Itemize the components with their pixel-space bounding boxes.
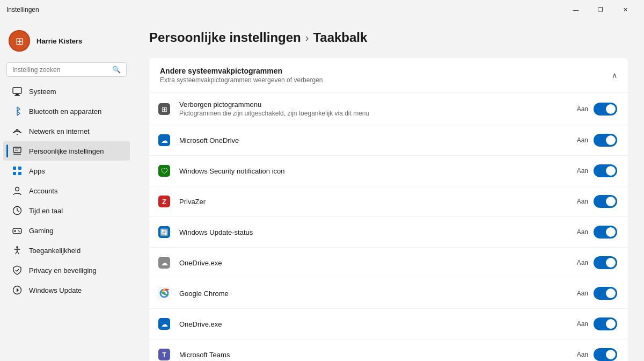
- svg-text:☁: ☁: [161, 136, 168, 145]
- setting-row-teams: TMicrosoft TeamsAan: [149, 339, 628, 361]
- svg-rect-5: [14, 95, 20, 96]
- setting-row-winupdate: 🔄Windows Update-statusAan: [149, 216, 628, 247]
- toggle-chrome[interactable]: [594, 287, 617, 300]
- toggle-label-winsec: Aan: [577, 167, 588, 175]
- setting-row-right-teams: Aan: [577, 348, 617, 361]
- sidebar-item-netwerk[interactable]: Netwerk en internet: [3, 121, 130, 141]
- privazer-app-icon: Z: [157, 194, 172, 209]
- section-header-text-systeemvak: Andere systeemvakpictogrammen Extra syst…: [160, 67, 323, 84]
- toggle-onedrive2[interactable]: [594, 256, 617, 269]
- sidebar-item-label-apps: Apps: [29, 167, 45, 175]
- onedrive3-app-icon: ☁: [157, 316, 172, 331]
- svg-point-24: [16, 246, 18, 248]
- setting-row-title-verborgen: Verborgen pictogrammenu: [179, 100, 569, 109]
- title-bar-text: Instellingen: [6, 6, 39, 13]
- setting-row-title-privazer: PrivaZer: [179, 198, 569, 206]
- search-input[interactable]: [12, 66, 112, 74]
- toggle-label-privazer: Aan: [577, 198, 588, 205]
- setting-row-text-onedrive2: OneDrive.exe: [179, 259, 569, 267]
- svg-text:Z: Z: [162, 198, 166, 206]
- netwerk-icon: [12, 126, 23, 136]
- windowsupdate-icon: [12, 285, 23, 295]
- svg-rect-3: [13, 88, 21, 93]
- sidebar-item-apps[interactable]: Apps: [3, 161, 130, 180]
- setting-row-text-chrome: Google Chrome: [179, 290, 569, 298]
- sidebar-item-label-toegankelijkheid: Toegankelijkheid: [29, 247, 80, 255]
- section-systeemvak: Andere systeemvakpictogrammen Extra syst…: [149, 58, 628, 361]
- section-header-systeemvak[interactable]: Andere systeemvakpictogrammen Extra syst…: [149, 58, 628, 92]
- sidebar-item-accounts[interactable]: Accounts: [3, 181, 130, 200]
- breadcrumb-arrow: ›: [305, 32, 309, 44]
- sidebar: ⊞ Harrie Kisters 🔍 SysteemBluetooth en a…: [0, 19, 133, 361]
- toggle-verborgen[interactable]: [594, 103, 617, 115]
- svg-text:🔄: 🔄: [160, 228, 169, 237]
- svg-text:⊞: ⊞: [16, 36, 24, 47]
- privacy-icon: [12, 265, 23, 276]
- teams-app-icon: T: [157, 347, 172, 361]
- chrome-app-icon: [157, 286, 172, 301]
- setting-row-text-teams: Microsoft Teams: [179, 351, 569, 359]
- content-area: Persoonlijke instellingen › Taakbalk And…: [133, 19, 644, 361]
- setting-row-right-verborgen: Aan: [577, 103, 617, 115]
- winsec-app-icon: 🛡: [157, 163, 172, 178]
- minimize-button[interactable]: —: [564, 0, 588, 19]
- toggle-label-onedrive2: Aan: [577, 259, 588, 266]
- toggle-teams[interactable]: [594, 348, 617, 361]
- setting-row-text-verborgen: Verborgen pictogrammenuPictogrammen die …: [179, 100, 569, 117]
- close-button[interactable]: ✕: [613, 0, 638, 19]
- setting-row-right-onedrive: Aan: [577, 134, 617, 147]
- title-bar: Instellingen — ❐ ✕: [0, 0, 644, 19]
- section-subtitle-systeemvak: Extra systeemvakpictogrammen weergeven o…: [160, 76, 323, 84]
- sidebar-item-tijdtaal[interactable]: Tijd en taal: [3, 201, 130, 220]
- sidebar-item-systeem[interactable]: Systeem: [3, 82, 130, 101]
- systeem-icon: [12, 86, 23, 97]
- setting-row-title-teams: Microsoft Teams: [179, 351, 569, 359]
- svg-text:🛡: 🛡: [161, 167, 168, 175]
- tijdtaal-icon: [12, 205, 23, 216]
- sidebar-item-label-bluetooth: Bluetooth en apparaten: [29, 107, 101, 115]
- setting-row-text-winsec: Windows Security notification icon: [179, 167, 569, 175]
- section-title-systeemvak: Andere systeemvakpictogrammen: [160, 67, 323, 75]
- sidebar-item-gaming[interactable]: Gaming: [3, 221, 130, 240]
- maximize-button[interactable]: ❐: [588, 0, 613, 19]
- toggle-winupdate[interactable]: [594, 226, 617, 239]
- breadcrumb: Persoonlijke instellingen › Taakbalk: [149, 30, 628, 45]
- gaming-icon: [12, 225, 23, 236]
- svg-point-6: [17, 134, 18, 135]
- sidebar-item-windowsupdate[interactable]: Windows Update: [3, 280, 130, 300]
- svg-rect-7: [13, 147, 21, 153]
- svg-text:☁: ☁: [161, 320, 168, 328]
- sidebar-item-persoonlijk[interactable]: Persoonlijke instellingen: [3, 141, 130, 161]
- sidebar-item-bluetooth[interactable]: Bluetooth en apparaten: [3, 102, 130, 121]
- sidebar-item-toegankelijkheid[interactable]: Toegankelijkheid: [3, 241, 130, 260]
- verborgen-app-icon: ⊞: [157, 102, 172, 117]
- sidebar-user[interactable]: ⊞ Harrie Kisters: [0, 24, 133, 60]
- setting-row-text-winupdate: Windows Update-status: [179, 228, 569, 236]
- sidebar-item-label-gaming: Gaming: [29, 227, 54, 235]
- winupdate-app-icon: 🔄: [157, 225, 172, 240]
- bluetooth-icon: [12, 106, 23, 117]
- breadcrumb-current: Taakbalk: [313, 30, 367, 45]
- toegankelijkheid-icon: [12, 245, 23, 256]
- chevron-systeemvak-icon: ∧: [612, 71, 617, 80]
- user-name: Harrie Kisters: [36, 37, 82, 45]
- setting-row-right-onedrive3: Aan: [577, 317, 617, 330]
- setting-row-title-onedrive: Microsoft OneDrive: [179, 136, 569, 145]
- toggle-privazer[interactable]: [594, 195, 617, 208]
- sidebar-item-label-persoonlijk: Persoonlijke instellingen: [29, 147, 104, 155]
- setting-row-title-onedrive2: OneDrive.exe: [179, 259, 569, 267]
- setting-row-privazer: ZPrivaZerAan: [149, 186, 628, 216]
- setting-row-text-onedrive: Microsoft OneDrive: [179, 136, 569, 145]
- toggle-winsec[interactable]: [594, 164, 617, 177]
- toggle-onedrive[interactable]: [594, 134, 617, 147]
- sidebar-item-privacy[interactable]: Privacy en beveiliging: [3, 261, 130, 280]
- setting-row-right-winupdate: Aan: [577, 226, 617, 239]
- svg-point-23: [19, 232, 20, 233]
- svg-point-15: [16, 187, 19, 191]
- svg-rect-12: [18, 167, 21, 170]
- setting-row-sub-verborgen: Pictogrammen die zijn uitgeschakeld, zij…: [179, 110, 569, 117]
- toggle-label-onedrive3: Aan: [577, 320, 588, 328]
- search-box[interactable]: 🔍: [6, 62, 127, 77]
- toggle-onedrive3[interactable]: [594, 317, 617, 330]
- avatar: ⊞: [9, 30, 30, 52]
